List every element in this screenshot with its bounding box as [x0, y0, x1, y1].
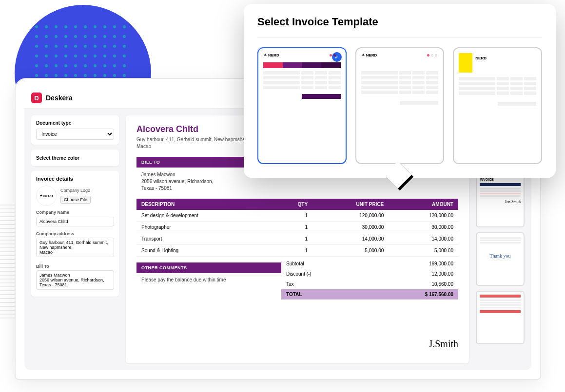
- col-price: UNIT PRICE: [312, 199, 389, 210]
- svg-point-53: [64, 74, 67, 77]
- svg-point-13: [64, 35, 67, 38]
- bill-to-label: Bill To: [36, 264, 114, 269]
- svg-point-20: [35, 45, 38, 48]
- svg-point-3: [64, 25, 67, 28]
- svg-point-6: [94, 25, 97, 28]
- signature: J.Smith: [429, 334, 458, 355]
- svg-point-55: [84, 74, 87, 77]
- svg-point-42: [55, 64, 58, 67]
- totals: Subtotal169,000.00 Discount (-)12,000.00…: [281, 259, 458, 299]
- svg-point-45: [84, 64, 87, 67]
- svg-point-59: [123, 74, 126, 77]
- svg-point-43: [64, 64, 67, 67]
- svg-point-9: [123, 25, 126, 28]
- company-logo-preview: ✦ NERD: [36, 186, 57, 206]
- svg-point-25: [84, 45, 87, 48]
- svg-point-50: [35, 74, 38, 77]
- select-template-modal: Select Invoice Template ✓ ✦NERD ✦NERD: [244, 4, 556, 178]
- svg-point-27: [103, 45, 106, 48]
- svg-point-47: [103, 64, 106, 67]
- svg-point-49: [123, 64, 126, 67]
- svg-point-5: [84, 25, 87, 28]
- svg-point-10: [35, 35, 38, 38]
- template-option-3[interactable]: NERD: [453, 47, 542, 164]
- company-name-label: Company Name: [36, 210, 114, 215]
- brand-logo-icon: D: [31, 93, 42, 103]
- svg-point-22: [55, 45, 58, 48]
- svg-point-23: [64, 45, 67, 48]
- svg-point-57: [103, 74, 106, 77]
- svg-point-21: [45, 45, 48, 48]
- theme-label: Select theme color: [36, 155, 79, 161]
- svg-point-40: [35, 64, 38, 67]
- svg-point-32: [55, 55, 58, 57]
- svg-point-46: [94, 64, 97, 67]
- company-addr-input[interactable]: Guy harbour, 411, Gerhald summit, New ha…: [36, 238, 114, 257]
- thumb-template-3[interactable]: Thank you: [476, 232, 525, 286]
- svg-point-33: [64, 55, 67, 57]
- modal-divider: [257, 37, 542, 37]
- invoice-details-panel: Invoice details ✦ NERD Company Logo Choo…: [31, 171, 119, 297]
- choose-file-button[interactable]: Choose File: [60, 196, 91, 204]
- comments-body: Please pay the balance due within time: [136, 273, 281, 286]
- table-row: Sound & Lighting15,000.005,000.00: [136, 245, 458, 257]
- svg-point-19: [123, 35, 126, 38]
- thumb-template-2[interactable]: INVOICE Jon Smith: [476, 174, 525, 227]
- col-desc: DESCRIPTION: [136, 199, 273, 210]
- theme-color-swatch[interactable]: [101, 154, 114, 161]
- svg-point-15: [84, 35, 87, 38]
- svg-point-7: [103, 25, 106, 28]
- template-option-2[interactable]: ✦NERD: [355, 47, 445, 164]
- bill-to-input[interactable]: James Macwon 2056 wilson avenue, Richard…: [36, 270, 114, 290]
- svg-point-2: [55, 25, 58, 28]
- svg-point-56: [94, 74, 97, 77]
- doc-type-select[interactable]: Invoice: [36, 129, 114, 140]
- modal-title: Select Invoice Template: [257, 16, 542, 28]
- tpl-logo: NERD: [475, 56, 487, 60]
- svg-point-44: [74, 64, 77, 67]
- svg-point-14: [74, 35, 77, 38]
- sidebar: Document type Invoice Select theme color…: [31, 115, 119, 363]
- company-addr-label: Company address: [36, 231, 114, 236]
- company-name-input[interactable]: [36, 217, 114, 226]
- invoice-details-title: Invoice details: [36, 176, 114, 182]
- template-option-1[interactable]: ✓ ✦NERD: [257, 47, 347, 164]
- comments-header: OTHER COMMENTS: [136, 262, 281, 273]
- svg-point-28: [113, 45, 116, 48]
- svg-point-18: [113, 35, 116, 38]
- svg-point-4: [74, 25, 77, 28]
- svg-point-8: [113, 25, 116, 28]
- svg-point-24: [74, 45, 77, 48]
- table-row: Photographer130,000.0030,000.00: [136, 222, 458, 233]
- svg-point-0: [35, 25, 38, 28]
- table-row: Set design & development1120,000.00120,0…: [136, 210, 458, 222]
- svg-point-38: [113, 55, 116, 57]
- svg-point-30: [35, 55, 38, 57]
- svg-point-51: [45, 74, 48, 77]
- svg-point-37: [103, 55, 106, 57]
- svg-point-17: [103, 35, 106, 38]
- svg-point-48: [113, 64, 116, 67]
- svg-point-31: [45, 55, 48, 57]
- check-icon: ✓: [332, 52, 342, 62]
- doc-type-label: Document type: [36, 120, 114, 126]
- theme-panel: Select theme color: [31, 149, 119, 166]
- thumb-template-4[interactable]: [476, 291, 525, 344]
- svg-point-1: [45, 25, 48, 28]
- svg-point-39: [123, 55, 126, 57]
- svg-point-29: [123, 45, 126, 48]
- svg-point-12: [55, 35, 58, 38]
- svg-point-52: [55, 74, 58, 77]
- col-amount: AMOUNT: [389, 199, 458, 210]
- items-table: DESCRIPTION QTY UNIT PRICE AMOUNT Set de…: [136, 199, 458, 257]
- col-qty: QTY: [273, 199, 313, 210]
- doc-type-panel: Document type Invoice: [31, 115, 119, 145]
- svg-point-36: [94, 55, 97, 57]
- svg-point-35: [84, 55, 87, 57]
- company-logo-label: Company Logo: [60, 188, 91, 193]
- svg-point-11: [45, 35, 48, 38]
- brand-name: Deskera: [46, 94, 73, 102]
- table-row: Transport114,000.0014,000.00: [136, 233, 458, 245]
- svg-point-26: [94, 45, 97, 48]
- svg-point-16: [94, 35, 97, 38]
